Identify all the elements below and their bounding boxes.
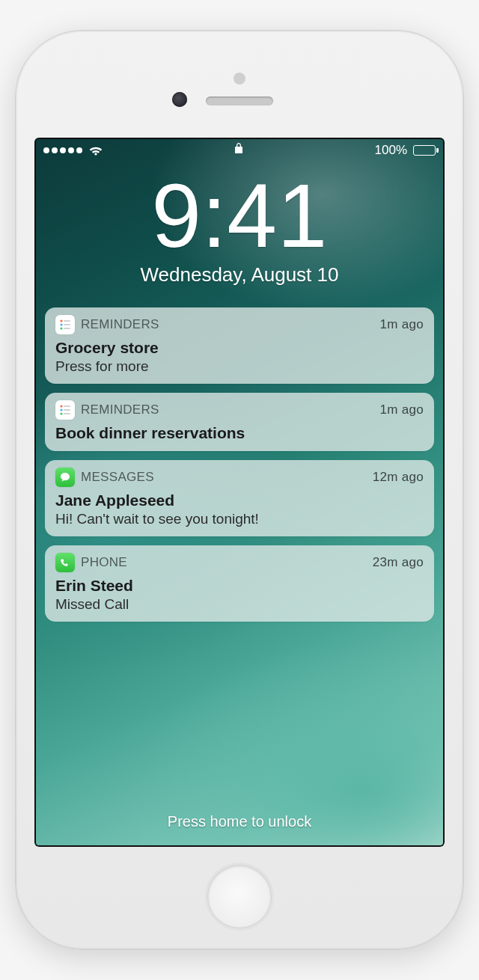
svg-rect-7	[64, 405, 70, 407]
phone-frame: 100% 9:41 Wednesday, August 10 REMINDERS…	[15, 30, 464, 950]
lock-screen[interactable]: 100% 9:41 Wednesday, August 10 REMINDERS…	[34, 138, 445, 847]
earpiece-speaker	[206, 97, 273, 105]
svg-point-10	[60, 412, 62, 414]
phone-top-hardware	[35, 50, 444, 138]
notification-app-name: PHONE	[81, 555, 127, 570]
notification-card[interactable]: PHONE 23m ago Erin Steed Missed Call	[45, 545, 434, 622]
notification-app-name: REMINDERS	[81, 402, 159, 417]
lock-icon	[234, 143, 243, 157]
notification-time: 1m ago	[379, 317, 424, 332]
proximity-sensor	[234, 73, 245, 85]
battery-percent: 100%	[375, 143, 407, 158]
notification-card[interactable]: REMINDERS 1m ago Book dinner reservation…	[45, 393, 434, 451]
unlock-hint: Press home to unlock	[34, 813, 445, 830]
clock-time: 9:41	[34, 171, 445, 260]
svg-rect-5	[64, 328, 70, 329]
clock-date: Wednesday, August 10	[34, 263, 445, 287]
phone-icon	[55, 553, 75, 572]
signal-dots-icon	[43, 147, 82, 153]
reminders-icon	[55, 400, 75, 420]
home-button[interactable]	[207, 865, 272, 928]
svg-point-8	[60, 408, 62, 411]
notification-subtitle: Press for more	[55, 358, 424, 375]
messages-icon	[55, 468, 75, 487]
svg-point-0	[60, 319, 62, 322]
notification-subtitle: Missed Call	[55, 596, 424, 613]
status-bar: 100%	[34, 138, 445, 163]
notification-time: 1m ago	[379, 402, 424, 417]
wifi-icon	[88, 144, 103, 156]
svg-rect-9	[64, 409, 70, 411]
svg-rect-1	[64, 320, 70, 322]
notification-card[interactable]: REMINDERS 1m ago Grocery store Press for…	[45, 307, 434, 384]
notification-time: 23m ago	[373, 555, 424, 570]
notification-card[interactable]: MESSAGES 12m ago Jane Appleseed Hi! Can'…	[45, 460, 434, 536]
notification-title: Erin Steed	[55, 577, 424, 595]
battery-icon	[413, 145, 436, 156]
svg-rect-11	[64, 413, 70, 414]
clock-area: 9:41 Wednesday, August 10	[34, 171, 445, 287]
svg-point-4	[60, 327, 62, 329]
notification-title: Book dinner reservations	[55, 424, 424, 442]
notification-subtitle: Hi! Can't wait to see you tonight!	[55, 511, 424, 527]
svg-point-2	[60, 323, 62, 325]
notification-list: REMINDERS 1m ago Grocery store Press for…	[34, 307, 445, 622]
svg-point-6	[60, 405, 62, 407]
svg-rect-3	[64, 324, 70, 325]
notification-app-name: MESSAGES	[81, 470, 154, 485]
front-camera	[172, 92, 187, 107]
notification-app-name: REMINDERS	[81, 317, 159, 332]
notification-title: Grocery store	[55, 339, 424, 357]
notification-title: Jane Appleseed	[55, 491, 424, 509]
reminders-icon	[55, 315, 75, 334]
notification-time: 12m ago	[373, 470, 424, 485]
